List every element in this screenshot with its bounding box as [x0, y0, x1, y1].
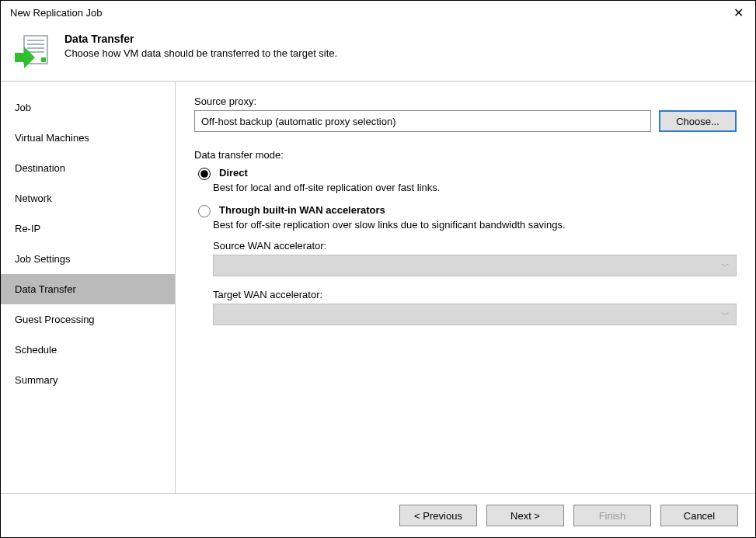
- sidebar-item-summary[interactable]: Summary: [1, 365, 175, 395]
- wizard-icon: [13, 33, 51, 70]
- radio-direct-label: Direct: [219, 167, 248, 179]
- sidebar-item-job-settings[interactable]: Job Settings: [1, 244, 175, 274]
- next-button[interactable]: Next >: [486, 505, 564, 526]
- source-proxy-value: Off-host backup (automatic proxy selecti…: [201, 116, 396, 127]
- header-subtitle: Choose how VM data should be transferred…: [64, 47, 337, 59]
- source-proxy-input[interactable]: Off-host backup (automatic proxy selecti…: [194, 110, 651, 132]
- radio-wan[interactable]: [198, 205, 211, 217]
- sidebar-item-virtual-machines[interactable]: Virtual Machines: [1, 123, 175, 153]
- radio-direct-desc: Best for local and off-site replication …: [213, 182, 737, 193]
- source-wan-dropdown: ﹀: [213, 255, 737, 276]
- window-title: New Replication Job: [10, 7, 103, 19]
- header-title: Data Transfer: [64, 33, 337, 45]
- radio-wan-label: Through built-in WAN accelerators: [219, 204, 385, 216]
- sidebar-item-data-transfer[interactable]: Data Transfer: [1, 274, 175, 304]
- sidebar-item-re-ip[interactable]: Re-IP: [1, 213, 175, 244]
- wizard-content: Source proxy: Off-host backup (automatic…: [176, 82, 755, 493]
- svg-rect-5: [41, 57, 46, 62]
- radio-wan-desc: Best for off-site replication over slow …: [213, 219, 737, 231]
- sidebar-item-destination[interactable]: Destination: [1, 153, 175, 183]
- sidebar-item-guest-processing[interactable]: Guest Processing: [1, 304, 175, 335]
- titlebar: New Replication Job ✕: [1, 1, 755, 23]
- choose-button[interactable]: Choose...: [659, 110, 737, 132]
- wizard-footer: < Previous Next > Finish Cancel: [1, 493, 755, 537]
- close-icon[interactable]: ✕: [729, 5, 747, 20]
- sidebar-item-network[interactable]: Network: [1, 183, 175, 213]
- radio-direct[interactable]: [198, 168, 211, 180]
- chevron-down-icon: ﹀: [721, 309, 730, 321]
- sidebar-item-schedule[interactable]: Schedule: [1, 335, 175, 365]
- finish-button[interactable]: Finish: [573, 505, 651, 526]
- cancel-button[interactable]: Cancel: [660, 505, 738, 526]
- wizard-header: Data Transfer Choose how VM data should …: [1, 23, 755, 82]
- data-transfer-mode-label: Data transfer mode:: [194, 149, 737, 161]
- chevron-down-icon: ﹀: [721, 260, 730, 272]
- source-wan-label: Source WAN accelerator:: [213, 240, 737, 252]
- target-wan-dropdown: ﹀: [213, 304, 737, 325]
- source-proxy-label: Source proxy:: [194, 95, 737, 107]
- previous-button[interactable]: < Previous: [399, 505, 477, 526]
- target-wan-label: Target WAN accelerator:: [213, 289, 737, 300]
- wizard-steps-sidebar: JobVirtual MachinesDestinationNetworkRe-…: [1, 82, 176, 493]
- sidebar-item-job[interactable]: Job: [1, 92, 175, 123]
